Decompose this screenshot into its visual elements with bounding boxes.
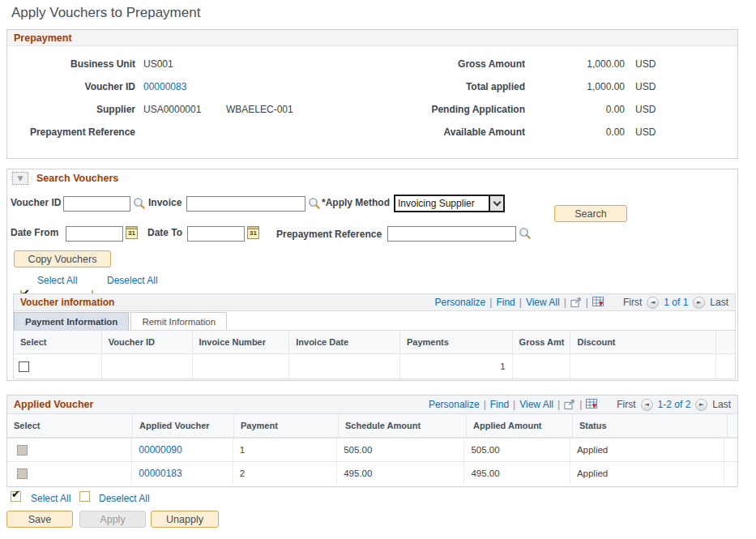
vi-next-page-icon[interactable]: ► <box>693 297 705 309</box>
av-row1-select-checkbox <box>17 445 28 456</box>
prepayment-header: Prepayment <box>7 30 737 46</box>
av-personalize-link[interactable]: Personalize <box>429 399 480 410</box>
vi-previous-page-icon[interactable]: ◄ <box>647 297 659 309</box>
voucher-id-label: Voucher ID <box>14 81 135 92</box>
date-to-label: Date To <box>147 227 182 238</box>
footer-deselect-all-checkbox[interactable] <box>79 491 90 502</box>
copy-vouchers-button[interactable]: Copy Vouchers <box>14 250 111 267</box>
vi-col-voucher-id: Voucher ID <box>102 331 193 353</box>
av-col-applied-voucher: Applied Voucher <box>133 414 234 437</box>
av-row2-voucher-link[interactable]: 00000183 <box>139 468 182 479</box>
vi-col-select: Select <box>14 331 102 353</box>
av-row2-select-checkbox <box>17 468 28 479</box>
field-supplier: Supplier USA0000001WBAELEC-001 <box>14 98 293 121</box>
unapply-button[interactable]: Unapply <box>151 511 219 528</box>
footer-select-all-checkbox[interactable] <box>11 491 21 502</box>
search-voucher-id-input[interactable] <box>63 196 130 212</box>
vi-row-discount <box>570 354 716 379</box>
voucher-information-grid: Voucher information Personalize| Find| V… <box>13 293 736 379</box>
vi-col-payments: Payments <box>400 331 513 353</box>
av-row1-payment: 1 <box>233 438 337 461</box>
vi-popup-window-icon[interactable] <box>570 297 582 308</box>
prepayment-groupbox: Prepayment Business Unit US001 Voucher I… <box>6 29 738 159</box>
av-popup-window-icon[interactable] <box>564 400 575 410</box>
field-voucher-id: Voucher ID 00000083 <box>14 75 293 98</box>
field-prepayment-reference: Prepayment Reference <box>14 121 293 143</box>
collapse-section-icon[interactable]: ▼ <box>12 172 28 185</box>
av-row1-voucher-link[interactable]: 00000090 <box>139 444 182 456</box>
gross-amount-value: 1,000.00 <box>533 58 625 70</box>
applied-voucher-title: Applied Voucher <box>14 399 93 410</box>
vi-view-all-link[interactable]: View All <box>526 297 560 308</box>
total-applied-label: Total applied <box>395 81 525 92</box>
av-row1-applied-amount: 505.00 <box>464 438 570 461</box>
date-to-calendar-icon[interactable]: 31 <box>247 226 259 239</box>
vi-first-label[interactable]: First <box>623 297 642 308</box>
vi-row-filler <box>716 354 735 379</box>
invoice-lookup-icon[interactable] <box>308 197 321 210</box>
voucher-information-column-headers: Select Voucher ID Invoice Number Invoice… <box>14 330 735 354</box>
footer-deselect-all-label[interactable]: Deselect All <box>99 493 150 504</box>
av-find-link[interactable]: Find <box>490 399 509 410</box>
tab-payment-information[interactable]: Payment Information <box>14 312 129 330</box>
field-gross-amount: Gross Amount 1,000.00 USD <box>395 53 656 75</box>
av-download-grid-icon[interactable] <box>586 399 599 410</box>
applied-voucher-column-headers: Select Applied Voucher Payment Schedule … <box>7 414 737 438</box>
vi-row-payments: 1 <box>400 354 513 379</box>
av-col-status: Status <box>573 414 728 437</box>
av-row2-filler <box>724 462 737 485</box>
search-deselect-all-label[interactable]: Deselect All <box>107 275 158 286</box>
search-vouchers-title: Search Vouchers <box>36 173 118 184</box>
save-button[interactable]: Save <box>6 511 73 528</box>
prepayment-right-fields: Gross Amount 1,000.00 USD Total applied … <box>395 53 656 143</box>
search-prepayment-reference-label: Prepayment Reference <box>276 229 382 240</box>
search-voucher-id-label: Voucher ID <box>11 197 61 208</box>
av-view-all-link[interactable]: View All <box>519 399 553 410</box>
date-from-calendar-icon[interactable]: 31 <box>126 226 138 239</box>
vi-row-invoice-number <box>193 354 290 379</box>
search-select-all-label[interactable]: Select All <box>37 275 77 286</box>
vi-row-select-checkbox[interactable] <box>19 361 29 372</box>
date-from-input[interactable] <box>66 226 123 242</box>
vi-personalize-link[interactable]: Personalize <box>435 297 486 308</box>
apply-method-value: Invoicing Supplier <box>395 196 489 211</box>
voucher-id-link[interactable]: 00000083 <box>143 81 186 92</box>
vi-col-invoice-number: Invoice Number <box>193 331 290 353</box>
search-invoice-input[interactable] <box>186 196 305 212</box>
vi-page-indicator: 1 of 1 <box>664 297 688 308</box>
av-row2-schedule-amount: 495.00 <box>337 462 464 485</box>
apply-method-label: *Apply Method <box>322 197 390 208</box>
av-first-label[interactable]: First <box>617 399 635 410</box>
vi-find-link[interactable]: Find <box>496 297 515 308</box>
tab-remit-information[interactable]: Remit Information <box>130 312 227 330</box>
av-next-page-icon[interactable]: ► <box>695 399 707 411</box>
av-row1-status: Applied <box>570 438 724 461</box>
prepayment-reference-lookup-icon[interactable] <box>519 227 532 240</box>
vi-download-grid-icon[interactable] <box>592 297 605 308</box>
total-applied-value: 1,000.00 <box>533 81 625 92</box>
av-row1-schedule-amount: 505.00 <box>337 438 464 461</box>
voucher-information-tabs: Payment Information Remit Information <box>14 311 735 330</box>
voucher-id-lookup-icon[interactable] <box>133 197 146 210</box>
av-col-schedule-amount: Schedule Amount <box>339 414 467 437</box>
vi-col-filler <box>716 331 735 353</box>
total-applied-currency: USD <box>635 81 656 92</box>
business-unit-value: US001 <box>143 58 173 70</box>
supplier-label: Supplier <box>14 104 135 115</box>
pending-application-label: Pending Application <box>395 104 525 115</box>
apply-method-select[interactable]: Invoicing Supplier <box>394 195 505 212</box>
av-row1-filler <box>724 438 737 461</box>
search-button[interactable]: Search <box>554 205 627 222</box>
applied-voucher-toolbar: Applied Voucher Personalize| Find| View … <box>7 396 737 414</box>
vi-last-label[interactable]: Last <box>710 297 728 308</box>
footer-select-all-label[interactable]: Select All <box>31 493 70 504</box>
vi-row-gross-amt <box>513 354 571 379</box>
vi-row-invoice-date <box>289 354 400 379</box>
search-prepayment-reference-input[interactable] <box>387 226 516 242</box>
field-pending-application: Pending Application 0.00 USD <box>395 98 656 121</box>
av-previous-page-icon[interactable]: ◄ <box>641 399 653 411</box>
av-last-label[interactable]: Last <box>712 399 731 410</box>
date-to-input[interactable] <box>187 226 245 242</box>
field-available-amount: Available Amount 0.00 USD <box>395 121 656 143</box>
applied-voucher-row: 00000090 1 505.00 505.00 Applied <box>7 438 737 461</box>
